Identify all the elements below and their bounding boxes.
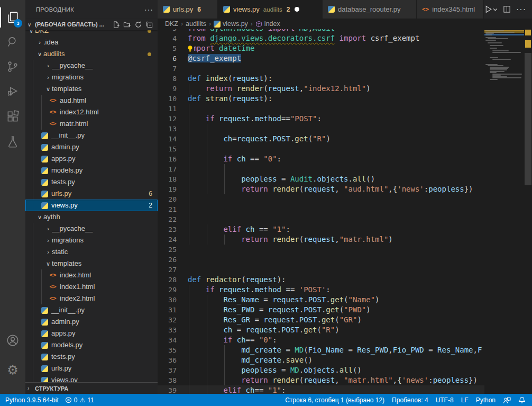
code-line-8[interactable]: 8def index(request): (158, 74, 484, 84)
code-line-22[interactable]: 22 (158, 214, 484, 224)
code-line-11[interactable]: 11 (158, 104, 484, 114)
scrollbar-thumb[interactable] (525, 53, 531, 185)
breadcrumb-item-index[interactable]: index (255, 20, 280, 28)
code-line-27[interactable]: 27 (158, 265, 484, 275)
testing-icon[interactable] (0, 130, 25, 154)
code-line-9[interactable]: 9 return render(request,"index12.html") (158, 84, 484, 94)
code-line-6[interactable]: 6@csrf_exempt (158, 53, 484, 64)
code-line-18[interactable]: 18 peopless = Audit.objects.all() (158, 174, 484, 184)
tree-file-models.py[interactable]: models.py (25, 339, 158, 351)
feedback-icon[interactable] (503, 396, 511, 404)
tree-file-views.py[interactable]: views.py2 (25, 200, 158, 211)
code-line-38[interactable]: 38 return render(request, "matr.html",{'… (158, 375, 484, 385)
code-line-35[interactable]: 35 md_create = MD(Fio_Name = Res_PWD,Fio… (158, 345, 484, 355)
new-file-icon[interactable] (112, 21, 120, 29)
python-interpreter-status[interactable]: Python 3.9.5 64-bit (5, 396, 59, 404)
breadcrumb-item-audiiits[interactable]: audiiits (186, 20, 206, 28)
code-editor[interactable]: 3from aythh.models import MD,Audit4from … (158, 0, 484, 394)
tree-file-models.py[interactable]: models.py (25, 165, 158, 176)
tree-file-index12.html[interactable]: <>index12.html (25, 106, 158, 118)
tree-file-index2.html[interactable]: <>index2.html (25, 293, 158, 304)
code-line-5[interactable]: 5import datetime (158, 43, 484, 53)
code-line-39[interactable]: 39 elif ch== "1": (158, 385, 484, 394)
minimap[interactable] (484, 0, 524, 394)
tab-database-roouter-py[interactable]: database_roouter.py (323, 0, 417, 19)
lightbulb-icon[interactable] (186, 44, 194, 52)
tree-folder-migrations[interactable]: ›migrations (25, 71, 158, 83)
code-line-30[interactable]: 30 Res_Name = request.POST.get("Name") (158, 295, 484, 305)
more-actions-icon[interactable]: ··· (516, 5, 526, 14)
code-line-7[interactable]: 7 (158, 64, 484, 74)
tab-index345-html[interactable]: <>index345.html (417, 0, 484, 19)
eol-status[interactable]: LF (461, 396, 469, 404)
tree-file-tests.py[interactable]: tests.py (25, 176, 158, 188)
settings-gear-icon[interactable]: ⚙ (0, 358, 25, 382)
dirty-indicator-dot[interactable] (295, 7, 299, 12)
indentation-status[interactable]: Пробелов: 4 (392, 396, 428, 404)
breadcrumb-item-views-py[interactable]: views.py (214, 20, 248, 28)
code-line-17[interactable]: 17 (158, 164, 484, 174)
code-line-26[interactable]: 26 (158, 255, 484, 265)
tree-folder-aythh[interactable]: ∨aythh (25, 211, 158, 223)
code-line-12[interactable]: 12 if request.method=="POST": (158, 114, 484, 124)
workspace-section-header[interactable]: ∨ (РАБОЧАЯ ОБЛАСТЬ) ... (25, 19, 158, 30)
tree-file-index.html[interactable]: <>index.html (25, 269, 158, 281)
tree-folder-.idea[interactable]: ›.idea (25, 37, 158, 48)
code-line-20[interactable]: 20 (158, 194, 484, 204)
tree-file-tests.py[interactable]: tests.py (25, 351, 158, 363)
tree-file-admin.py[interactable]: admin.py (25, 316, 158, 328)
tab-views-py[interactable]: views.pyaudiiits2 (218, 0, 323, 19)
notifications-bell-icon[interactable] (518, 396, 526, 404)
code-line-16[interactable]: 16 if ch == "0": (158, 154, 484, 164)
tree-folder-audiiits[interactable]: ∨audiiits (25, 48, 158, 60)
code-line-33[interactable]: 33 ch = request.POST.get("R") (158, 325, 484, 335)
collapse-all-icon[interactable] (145, 21, 153, 29)
code-line-24[interactable]: 24 return render(request,"matr.html") (158, 234, 484, 245)
tree-folder-static[interactable]: ›static (25, 246, 158, 258)
code-line-13[interactable]: 13 (158, 124, 484, 134)
tree-file--init-.py[interactable]: __init__.py (25, 304, 158, 316)
extensions-icon[interactable] (0, 104, 25, 129)
code-line-10[interactable]: 10def stran(request): (158, 94, 484, 104)
code-line-19[interactable]: 19 return render(request, "aud.html",{'n… (158, 184, 484, 194)
cursor-position-status[interactable]: Строка 6, столбец 1 (выбрано 12) (285, 396, 384, 404)
code-line-36[interactable]: 36 md_create.save() (158, 355, 484, 365)
run-debug-icon[interactable] (0, 79, 25, 104)
code-line-4[interactable]: 4from django.views.decorators.csrf impor… (158, 33, 484, 43)
tree-folder--pycache-[interactable]: ›__pycache__ (25, 223, 158, 234)
explorer-more-icon[interactable]: ··· (144, 5, 153, 14)
code-line-31[interactable]: 31 Res_PWD = request.POST.get("PWD") (158, 305, 484, 315)
breadcrumb-item-dkz[interactable]: DKZ (165, 20, 178, 28)
split-editor-icon[interactable] (503, 5, 511, 13)
new-folder-icon[interactable] (123, 21, 131, 29)
tree-folder-templates[interactable]: ∨templates (25, 83, 158, 95)
encoding-status[interactable]: UTF-8 (436, 396, 454, 404)
tree-folder--pycache-[interactable]: ›__pycache__ (25, 60, 158, 71)
tree-file-index1.html[interactable]: <>index1.html (25, 281, 158, 293)
tree-file-matr.html[interactable]: <>matr.html (25, 118, 158, 130)
code-line-29[interactable]: 29 if request.method == 'POST': (158, 285, 484, 295)
tree-file-urls.py[interactable]: urls.py (25, 363, 158, 374)
tab-urls-py[interactable]: urls.py6 (158, 0, 218, 19)
tree-file-aud.html[interactable]: <>aud.html (25, 95, 158, 106)
tree-file--init-.py[interactable]: __init__.py (25, 130, 158, 141)
refresh-icon[interactable] (134, 21, 142, 29)
explorer-icon[interactable]: 3 (0, 5, 25, 30)
run-python-file-button[interactable] (484, 5, 498, 14)
code-line-23[interactable]: 23 elif ch == "1": (158, 224, 484, 234)
language-mode-status[interactable]: Python (476, 396, 496, 404)
code-line-34[interactable]: 34 if ch== "0": (158, 335, 484, 345)
tree-file-apps.py[interactable]: apps.py (25, 153, 158, 165)
code-line-15[interactable]: 15 (158, 144, 484, 154)
outline-section-header[interactable]: › СТРУКТУРА (25, 382, 158, 394)
tree-file-views.py[interactable]: views.py (25, 374, 158, 382)
tree-folder-dkz[interactable]: ∨DKZ (25, 30, 158, 37)
code-line-28[interactable]: 28def redactor(request): (158, 275, 484, 285)
source-control-icon[interactable] (0, 55, 25, 79)
code-line-25[interactable]: 25 (158, 245, 484, 255)
search-icon[interactable] (0, 30, 25, 54)
code-line-32[interactable]: 32 Res_GR = request.POST.get("GR") (158, 315, 484, 325)
tree-file-urls.py[interactable]: urls.py6 (25, 188, 158, 200)
code-line-21[interactable]: 21 (158, 204, 484, 214)
tree-file-admin.py[interactable]: admin.py (25, 141, 158, 153)
